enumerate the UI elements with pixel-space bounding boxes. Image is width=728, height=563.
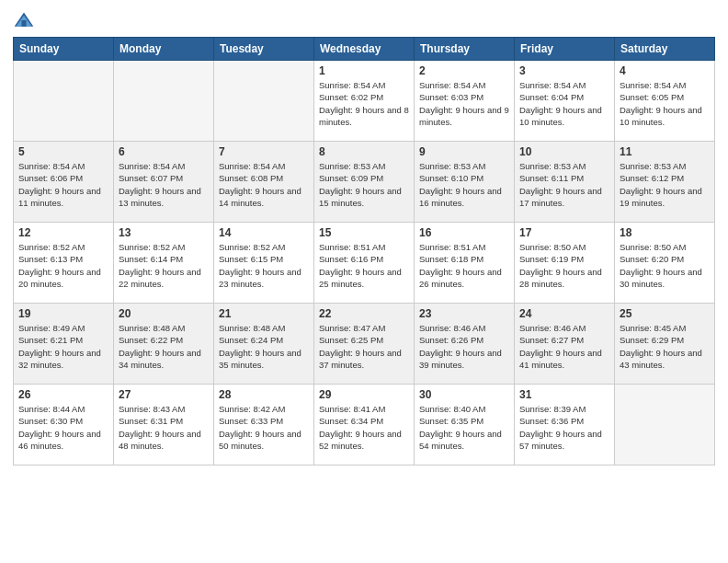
calendar-cell: 9Sunrise: 8:53 AM Sunset: 6:10 PM Daylig… bbox=[415, 142, 515, 223]
weekday-header: Sunday bbox=[14, 38, 114, 61]
header bbox=[13, 9, 715, 31]
calendar-cell: 6Sunrise: 8:54 AM Sunset: 6:07 PM Daylig… bbox=[114, 142, 214, 223]
day-info: Sunrise: 8:50 AM Sunset: 6:20 PM Dayligh… bbox=[620, 241, 710, 290]
day-info: Sunrise: 8:39 AM Sunset: 6:36 PM Dayligh… bbox=[519, 403, 609, 452]
day-number: 30 bbox=[419, 388, 509, 401]
day-number: 28 bbox=[219, 388, 309, 401]
day-number: 9 bbox=[419, 145, 509, 158]
day-number: 11 bbox=[620, 145, 710, 158]
calendar-cell: 20Sunrise: 8:48 AM Sunset: 6:22 PM Dayli… bbox=[114, 304, 214, 385]
page: SundayMondayTuesdayWednesdayThursdayFrid… bbox=[0, 0, 728, 563]
day-number: 22 bbox=[319, 307, 409, 320]
day-info: Sunrise: 8:46 AM Sunset: 6:26 PM Dayligh… bbox=[419, 322, 509, 371]
day-info: Sunrise: 8:48 AM Sunset: 6:22 PM Dayligh… bbox=[119, 322, 209, 371]
day-info: Sunrise: 8:53 AM Sunset: 6:12 PM Dayligh… bbox=[620, 160, 710, 209]
day-info: Sunrise: 8:53 AM Sunset: 6:09 PM Dayligh… bbox=[319, 160, 409, 209]
day-number: 20 bbox=[119, 307, 209, 320]
day-info: Sunrise: 8:54 AM Sunset: 6:03 PM Dayligh… bbox=[419, 79, 509, 128]
calendar-week-row: 19Sunrise: 8:49 AM Sunset: 6:21 PM Dayli… bbox=[14, 304, 715, 385]
day-number: 27 bbox=[119, 388, 209, 401]
day-number: 8 bbox=[319, 145, 409, 158]
day-info: Sunrise: 8:48 AM Sunset: 6:24 PM Dayligh… bbox=[219, 322, 309, 371]
day-number: 10 bbox=[519, 145, 609, 158]
calendar-cell bbox=[114, 61, 214, 142]
day-number: 29 bbox=[319, 388, 409, 401]
calendar-cell: 1Sunrise: 8:54 AM Sunset: 6:02 PM Daylig… bbox=[314, 61, 415, 142]
day-number: 18 bbox=[620, 226, 710, 239]
day-number: 12 bbox=[18, 226, 108, 239]
day-info: Sunrise: 8:44 AM Sunset: 6:30 PM Dayligh… bbox=[18, 403, 108, 452]
day-info: Sunrise: 8:54 AM Sunset: 6:02 PM Dayligh… bbox=[319, 79, 409, 128]
calendar-cell: 7Sunrise: 8:54 AM Sunset: 6:08 PM Daylig… bbox=[214, 142, 314, 223]
calendar-cell: 23Sunrise: 8:46 AM Sunset: 6:26 PM Dayli… bbox=[415, 304, 515, 385]
calendar-cell: 28Sunrise: 8:42 AM Sunset: 6:33 PM Dayli… bbox=[214, 385, 314, 465]
weekday-header: Thursday bbox=[415, 38, 515, 61]
day-number: 3 bbox=[519, 64, 609, 77]
day-info: Sunrise: 8:54 AM Sunset: 6:08 PM Dayligh… bbox=[219, 160, 309, 209]
calendar-cell: 15Sunrise: 8:51 AM Sunset: 6:16 PM Dayli… bbox=[314, 223, 415, 304]
calendar-cell: 2Sunrise: 8:54 AM Sunset: 6:03 PM Daylig… bbox=[415, 61, 515, 142]
weekday-header: Monday bbox=[114, 38, 214, 61]
day-number: 19 bbox=[18, 307, 108, 320]
calendar-week-row: 26Sunrise: 8:44 AM Sunset: 6:30 PM Dayli… bbox=[14, 385, 715, 465]
calendar-cell: 13Sunrise: 8:52 AM Sunset: 6:14 PM Dayli… bbox=[114, 223, 214, 304]
calendar-week-row: 5Sunrise: 8:54 AM Sunset: 6:06 PM Daylig… bbox=[14, 142, 715, 223]
calendar-cell: 16Sunrise: 8:51 AM Sunset: 6:18 PM Dayli… bbox=[415, 223, 515, 304]
day-info: Sunrise: 8:46 AM Sunset: 6:27 PM Dayligh… bbox=[519, 322, 609, 371]
day-info: Sunrise: 8:41 AM Sunset: 6:34 PM Dayligh… bbox=[319, 403, 409, 452]
calendar-cell bbox=[615, 385, 715, 465]
calendar-cell: 21Sunrise: 8:48 AM Sunset: 6:24 PM Dayli… bbox=[214, 304, 314, 385]
day-number: 7 bbox=[219, 145, 309, 158]
day-number: 1 bbox=[319, 64, 409, 77]
calendar-cell: 14Sunrise: 8:52 AM Sunset: 6:15 PM Dayli… bbox=[214, 223, 314, 304]
day-number: 5 bbox=[18, 145, 108, 158]
logo bbox=[13, 9, 39, 31]
calendar-cell: 11Sunrise: 8:53 AM Sunset: 6:12 PM Dayli… bbox=[615, 142, 715, 223]
calendar-cell: 4Sunrise: 8:54 AM Sunset: 6:05 PM Daylig… bbox=[615, 61, 715, 142]
weekday-header-row: SundayMondayTuesdayWednesdayThursdayFrid… bbox=[14, 38, 715, 61]
calendar-cell: 29Sunrise: 8:41 AM Sunset: 6:34 PM Dayli… bbox=[314, 385, 415, 465]
logo-icon bbox=[13, 9, 35, 31]
calendar-week-row: 12Sunrise: 8:52 AM Sunset: 6:13 PM Dayli… bbox=[14, 223, 715, 304]
weekday-header: Wednesday bbox=[314, 38, 415, 61]
day-info: Sunrise: 8:40 AM Sunset: 6:35 PM Dayligh… bbox=[419, 403, 509, 452]
day-info: Sunrise: 8:54 AM Sunset: 6:07 PM Dayligh… bbox=[119, 160, 209, 209]
day-info: Sunrise: 8:50 AM Sunset: 6:19 PM Dayligh… bbox=[519, 241, 609, 290]
day-number: 25 bbox=[620, 307, 710, 320]
day-info: Sunrise: 8:43 AM Sunset: 6:31 PM Dayligh… bbox=[119, 403, 209, 452]
day-info: Sunrise: 8:49 AM Sunset: 6:21 PM Dayligh… bbox=[18, 322, 108, 371]
day-info: Sunrise: 8:53 AM Sunset: 6:11 PM Dayligh… bbox=[519, 160, 609, 209]
calendar-cell: 10Sunrise: 8:53 AM Sunset: 6:11 PM Dayli… bbox=[515, 142, 615, 223]
day-info: Sunrise: 8:42 AM Sunset: 6:33 PM Dayligh… bbox=[219, 403, 309, 452]
calendar-week-row: 1Sunrise: 8:54 AM Sunset: 6:02 PM Daylig… bbox=[14, 61, 715, 142]
day-number: 4 bbox=[620, 64, 710, 77]
day-number: 2 bbox=[419, 64, 509, 77]
day-info: Sunrise: 8:47 AM Sunset: 6:25 PM Dayligh… bbox=[319, 322, 409, 371]
calendar-cell: 26Sunrise: 8:44 AM Sunset: 6:30 PM Dayli… bbox=[14, 385, 114, 465]
calendar-table: SundayMondayTuesdayWednesdayThursdayFrid… bbox=[13, 37, 715, 465]
calendar-cell: 5Sunrise: 8:54 AM Sunset: 6:06 PM Daylig… bbox=[14, 142, 114, 223]
day-info: Sunrise: 8:51 AM Sunset: 6:16 PM Dayligh… bbox=[319, 241, 409, 290]
svg-rect-2 bbox=[21, 20, 26, 27]
calendar-cell: 12Sunrise: 8:52 AM Sunset: 6:13 PM Dayli… bbox=[14, 223, 114, 304]
day-number: 14 bbox=[219, 226, 309, 239]
day-number: 6 bbox=[119, 145, 209, 158]
day-number: 23 bbox=[419, 307, 509, 320]
calendar-cell bbox=[214, 61, 314, 142]
calendar-cell: 31Sunrise: 8:39 AM Sunset: 6:36 PM Dayli… bbox=[515, 385, 615, 465]
day-number: 16 bbox=[419, 226, 509, 239]
day-info: Sunrise: 8:54 AM Sunset: 6:06 PM Dayligh… bbox=[18, 160, 108, 209]
day-number: 15 bbox=[319, 226, 409, 239]
day-number: 17 bbox=[519, 226, 609, 239]
day-number: 26 bbox=[18, 388, 108, 401]
day-info: Sunrise: 8:52 AM Sunset: 6:13 PM Dayligh… bbox=[18, 241, 108, 290]
day-number: 31 bbox=[519, 388, 609, 401]
calendar-cell: 25Sunrise: 8:45 AM Sunset: 6:29 PM Dayli… bbox=[615, 304, 715, 385]
calendar-cell: 3Sunrise: 8:54 AM Sunset: 6:04 PM Daylig… bbox=[515, 61, 615, 142]
weekday-header: Saturday bbox=[615, 38, 715, 61]
calendar-cell: 22Sunrise: 8:47 AM Sunset: 6:25 PM Dayli… bbox=[314, 304, 415, 385]
calendar-cell bbox=[14, 61, 114, 142]
calendar-cell: 8Sunrise: 8:53 AM Sunset: 6:09 PM Daylig… bbox=[314, 142, 415, 223]
weekday-header: Tuesday bbox=[214, 38, 314, 61]
day-info: Sunrise: 8:52 AM Sunset: 6:14 PM Dayligh… bbox=[119, 241, 209, 290]
